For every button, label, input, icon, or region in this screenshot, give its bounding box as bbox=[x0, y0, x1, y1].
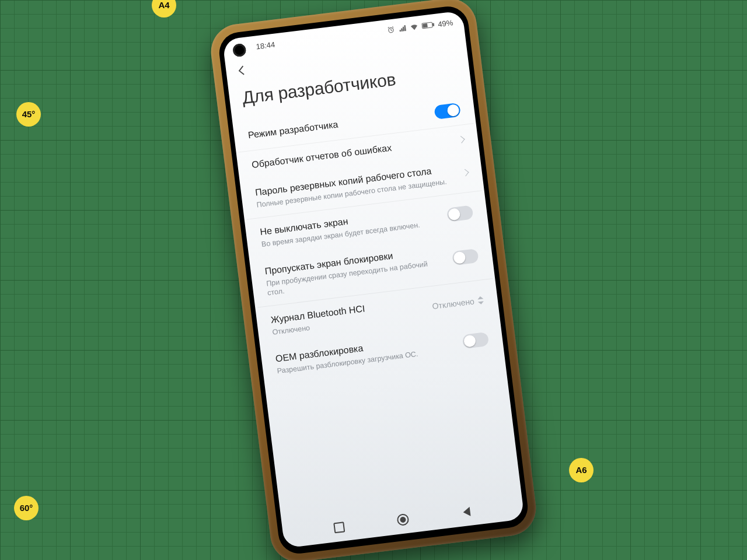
signal-icon bbox=[398, 24, 407, 33]
wifi-icon bbox=[410, 22, 419, 32]
statusbar-right: 49% bbox=[386, 18, 453, 35]
back-button[interactable] bbox=[233, 62, 250, 79]
settings-list[interactable]: Режим разработчика Обработчик отчетов об… bbox=[232, 93, 521, 520]
chevron-right-icon bbox=[462, 169, 469, 177]
mat-label-60: 60° bbox=[14, 496, 39, 520]
chevron-right-icon bbox=[458, 136, 465, 144]
phone-screen: 18:44 49% Для разработчи bbox=[222, 10, 525, 548]
nav-recents-button[interactable] bbox=[331, 519, 348, 536]
triangle-left-icon bbox=[463, 507, 471, 517]
statusbar-battery: 49% bbox=[437, 18, 453, 29]
toggle-developer-mode[interactable] bbox=[434, 103, 461, 120]
statusbar-time: 18:44 bbox=[256, 40, 275, 51]
nav-home-button[interactable] bbox=[395, 511, 411, 528]
alarm-icon bbox=[386, 25, 396, 34]
toggle-oem-unlock[interactable] bbox=[462, 332, 490, 349]
battery-icon bbox=[421, 20, 435, 30]
mat-label-a6: A6 bbox=[569, 458, 594, 482]
circle-icon bbox=[396, 513, 409, 526]
phone-glass: 18:44 49% Для разработчи bbox=[217, 4, 530, 556]
svg-rect-2 bbox=[423, 24, 427, 28]
svg-rect-3 bbox=[432, 23, 434, 26]
mat-label-45: 45° bbox=[16, 102, 41, 127]
toggle-skip-lockscreen[interactable] bbox=[452, 249, 479, 265]
square-icon bbox=[333, 522, 345, 533]
back-arrow-icon bbox=[235, 64, 249, 78]
mat-label-a4: A4 bbox=[152, 0, 176, 18]
nav-back-button[interactable] bbox=[458, 503, 475, 520]
toggle-stay-awake[interactable] bbox=[446, 205, 474, 222]
updown-select-icon bbox=[477, 296, 484, 304]
row-value: Отключено bbox=[432, 296, 475, 311]
